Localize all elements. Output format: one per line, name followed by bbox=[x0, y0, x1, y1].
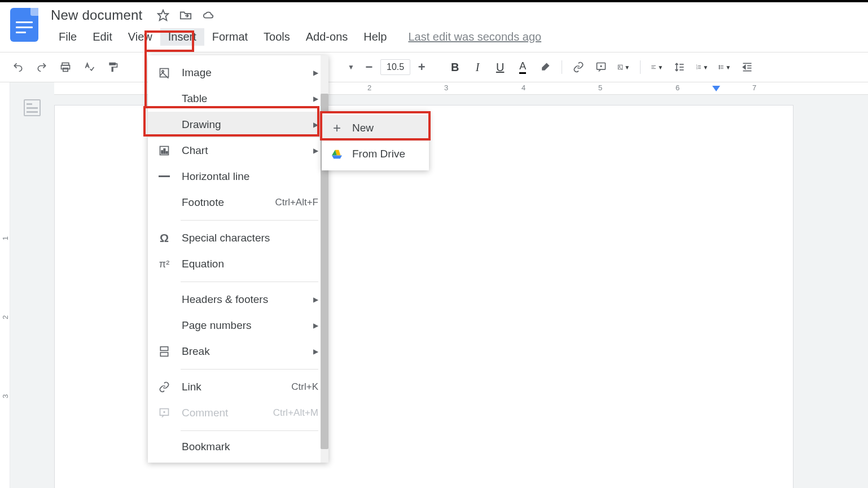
submenu-arrow-icon: ▶ bbox=[313, 95, 318, 103]
submenu-item-new[interactable]: + New bbox=[322, 115, 429, 141]
submenu-arrow-icon: ▶ bbox=[313, 121, 318, 129]
menu-view[interactable]: View bbox=[120, 28, 160, 46]
svg-rect-36 bbox=[160, 347, 168, 351]
image-icon bbox=[158, 67, 170, 79]
last-edit-link[interactable]: Last edit was seconds ago bbox=[408, 30, 541, 43]
menu-item-equation[interactable]: π² Equation bbox=[148, 251, 328, 277]
svg-marker-0 bbox=[158, 10, 168, 20]
plus-icon: + bbox=[331, 122, 343, 134]
menu-item-special-characters[interactable]: Ω Special characters bbox=[148, 225, 328, 251]
menu-item-chart[interactable]: Chart ▶ bbox=[148, 138, 328, 164]
svg-point-19 bbox=[719, 65, 720, 67]
horizontal-line-icon bbox=[158, 170, 170, 183]
increase-font-icon[interactable]: + bbox=[415, 60, 428, 74]
font-size-input[interactable]: 10.5 bbox=[380, 59, 410, 75]
outline-panel bbox=[10, 82, 54, 488]
menu-item-link[interactable]: Link Ctrl+K bbox=[148, 374, 328, 400]
svg-rect-5 bbox=[618, 65, 622, 69]
docs-logo[interactable] bbox=[10, 8, 38, 42]
underline-icon[interactable]: U bbox=[494, 61, 506, 73]
menu-file[interactable]: File bbox=[51, 28, 85, 46]
decrease-font-icon[interactable]: − bbox=[362, 60, 376, 74]
menu-addons[interactable]: Add-ons bbox=[298, 28, 356, 46]
workspace: 1 2 3 2 3 4 5 6 7 bbox=[0, 82, 868, 488]
numbered-list-icon[interactable]: 123▼ bbox=[696, 61, 708, 73]
drawing-icon bbox=[158, 118, 170, 131]
line-spacing-icon[interactable] bbox=[673, 61, 686, 73]
decrease-indent-icon[interactable] bbox=[741, 61, 753, 73]
menu-item-bookmark[interactable]: Bookmark bbox=[148, 436, 328, 458]
menu-item-comment: Comment Ctrl+Alt+M bbox=[148, 400, 328, 426]
pi-icon: π² bbox=[158, 258, 170, 270]
align-icon[interactable]: ▼ bbox=[651, 61, 663, 73]
menu-format[interactable]: Format bbox=[204, 28, 256, 46]
svg-point-30 bbox=[162, 71, 164, 72]
paint-format-icon[interactable] bbox=[106, 60, 120, 74]
menu-edit[interactable]: Edit bbox=[85, 28, 120, 46]
chart-icon bbox=[158, 144, 170, 157]
footnote-icon bbox=[158, 196, 170, 209]
break-icon bbox=[158, 345, 170, 358]
svg-point-23 bbox=[719, 68, 720, 69]
svg-rect-35 bbox=[159, 175, 170, 177]
page-numbers-icon bbox=[158, 319, 170, 332]
highlight-icon[interactable] bbox=[539, 61, 551, 73]
submenu-arrow-icon: ▶ bbox=[313, 348, 318, 355]
cloud-icon[interactable] bbox=[202, 9, 214, 21]
bullet-list-icon[interactable]: ▼ bbox=[718, 61, 731, 73]
omega-icon: Ω bbox=[158, 232, 170, 244]
italic-icon[interactable]: I bbox=[471, 61, 484, 73]
menu-insert[interactable]: Insert bbox=[160, 28, 204, 46]
bookmark-icon bbox=[158, 441, 170, 453]
menu-item-drawing[interactable]: Drawing ▶ bbox=[148, 112, 328, 138]
right-indent-marker[interactable] bbox=[712, 86, 720, 91]
image-tool-icon[interactable]: ▼ bbox=[617, 61, 630, 73]
menu-item-headers-footers[interactable]: Headers & footers ▶ bbox=[148, 287, 328, 313]
submenu-arrow-icon: ▶ bbox=[313, 296, 318, 304]
drive-icon bbox=[331, 148, 343, 160]
header: New document File Edit View Insert Forma… bbox=[0, 2, 868, 52]
move-icon[interactable] bbox=[179, 9, 192, 21]
svg-marker-42 bbox=[332, 155, 342, 159]
styles-dropdown-icon[interactable]: ▼ bbox=[344, 60, 358, 74]
link-icon[interactable] bbox=[572, 61, 585, 73]
print-icon[interactable] bbox=[59, 60, 72, 74]
vertical-ruler: 1 2 3 bbox=[0, 82, 10, 488]
comment-icon[interactable] bbox=[595, 61, 607, 73]
svg-rect-32 bbox=[161, 151, 163, 153]
svg-rect-33 bbox=[164, 149, 165, 153]
undo-icon[interactable] bbox=[11, 60, 25, 74]
headers-icon bbox=[158, 293, 170, 306]
redo-icon[interactable] bbox=[35, 60, 49, 74]
svg-point-6 bbox=[619, 66, 620, 67]
svg-rect-34 bbox=[166, 152, 168, 153]
drawing-submenu: + New From Drive bbox=[322, 112, 429, 170]
outline-toggle-icon[interactable] bbox=[24, 99, 41, 116]
spellcheck-icon[interactable] bbox=[82, 60, 96, 74]
submenu-item-from-drive[interactable]: From Drive bbox=[322, 141, 429, 167]
svg-point-21 bbox=[719, 67, 720, 68]
menu-item-footnote[interactable]: Footnote Ctrl+Alt+F bbox=[148, 190, 328, 216]
toolbar: ▼ − 10.5 + B I U A ▼ ▼ 123▼ ▼ bbox=[0, 52, 868, 82]
svg-rect-29 bbox=[160, 69, 169, 77]
svg-text:3: 3 bbox=[696, 68, 698, 70]
star-icon[interactable] bbox=[157, 9, 169, 21]
bold-icon[interactable]: B bbox=[449, 61, 461, 73]
submenu-arrow-icon: ▶ bbox=[313, 322, 318, 329]
menu-item-image[interactable]: Image ▶ bbox=[148, 60, 328, 86]
submenu-arrow-icon: ▶ bbox=[313, 147, 318, 155]
menu-item-horizontal-line[interactable]: Horizontal line bbox=[148, 164, 328, 190]
submenu-arrow-icon: ▶ bbox=[313, 69, 318, 77]
menu-item-page-numbers[interactable]: Page numbers ▶ bbox=[148, 313, 328, 338]
text-color-icon[interactable]: A bbox=[516, 61, 529, 73]
table-icon bbox=[158, 93, 170, 105]
menu-bar: File Edit View Insert Format Tools Add-o… bbox=[51, 28, 541, 46]
svg-rect-37 bbox=[160, 353, 168, 357]
annotation-highlight bbox=[144, 52, 147, 108]
menu-help[interactable]: Help bbox=[356, 28, 394, 46]
insert-menu-dropdown: Image ▶ Table ▶ Drawing ▶ Chart ▶ Horizo… bbox=[148, 55, 328, 463]
document-title[interactable]: New document bbox=[51, 7, 142, 23]
menu-item-table[interactable]: Table ▶ bbox=[148, 86, 328, 112]
menu-item-break[interactable]: Break ▶ bbox=[148, 338, 328, 364]
menu-tools[interactable]: Tools bbox=[256, 28, 298, 46]
